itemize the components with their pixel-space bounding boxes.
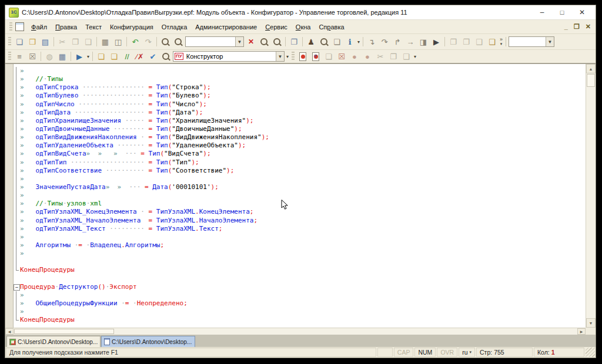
scroll-left-button[interactable]: ◀ (5, 328, 14, 335)
toggle-breakpoint-icon[interactable] (296, 51, 309, 62)
mdi-close-button[interactable]: ✕ (586, 23, 591, 31)
find-in-module-icon[interactable] (159, 51, 172, 62)
remove-comment-icon[interactable]: ∕✗ (133, 51, 146, 62)
paste-icon[interactable]: ❑ (82, 36, 95, 48)
resize-grip[interactable] (586, 348, 595, 357)
find-icon[interactable] (172, 36, 185, 48)
copy-icon[interactable]: ❐ (69, 36, 82, 48)
find-next-icon[interactable] (257, 36, 270, 48)
scroll-up-button[interactable]: ▲ (586, 64, 596, 73)
toolbar1-grip[interactable] (8, 37, 11, 46)
enable-all-breakpoints-icon[interactable]: ● (348, 51, 361, 62)
window-tab[interactable]: C:\Users\D.Antonov\Desktop... (6, 336, 101, 347)
menubar-grip[interactable] (9, 22, 12, 31)
constructor-mode-combo[interactable]: ПУКонструктор▼ (173, 51, 285, 62)
links-icon[interactable]: ❑ (486, 36, 499, 48)
window-tab-active[interactable]: C:\Users\D.Antonov\Desktop... (101, 336, 195, 347)
maximize-button[interactable]: □ (552, 9, 572, 16)
chevron-down-icon[interactable]: ▼ (276, 52, 284, 61)
vertical-scrollbar[interactable]: ▲ ▼ (586, 64, 596, 328)
info-dropdown[interactable]: ▾ (357, 39, 360, 45)
add-comment-icon[interactable]: // (121, 51, 133, 62)
find-in-files-icon[interactable] (159, 36, 172, 48)
undo-icon[interactable]: ↶ (129, 36, 142, 48)
print-preview-icon[interactable]: ◫ (112, 36, 125, 48)
immediate-window-icon[interactable]: ❑ (473, 36, 486, 48)
toolbar2-grip-2[interactable] (292, 52, 295, 61)
syntax-assistant-icon[interactable]: ♟ (305, 36, 317, 48)
goto-dropdown[interactable]: ▾ (87, 54, 89, 59)
new-file-icon[interactable]: ❏ (13, 36, 26, 48)
mdi-restore-button[interactable]: ❐ (574, 23, 580, 31)
scroll-right-button[interactable]: ▶ (577, 328, 586, 335)
add-procedure-template-icon[interactable]: ❏ (95, 51, 108, 62)
syntax-check-icon[interactable]: ✔ (146, 51, 159, 62)
module-check-icon[interactable]: ❏ (330, 36, 343, 48)
step-into-icon[interactable]: ↴ (365, 36, 378, 48)
step-out-icon[interactable]: ↱ (391, 36, 404, 48)
scroll-down-button[interactable]: ▼ (586, 318, 596, 328)
search-combo[interactable]: ▼ (185, 36, 244, 47)
menu-item[interactable]: Файл (27, 22, 51, 32)
mdi-document-icon[interactable] (15, 22, 24, 31)
menu-item[interactable]: Справка (315, 22, 348, 32)
watch-window-icon[interactable]: ❐ (460, 36, 473, 48)
toolbar-overflow-chevron[interactable]: »▾ (500, 38, 503, 46)
menu-item[interactable]: Окна (292, 22, 315, 32)
code-line: » (13, 233, 586, 241)
language-selector[interactable]: ru ▾ (459, 348, 475, 357)
database-icon[interactable]: ◍ (43, 51, 56, 62)
windows-list-icon[interactable]: ❐ (287, 36, 300, 48)
menu-item[interactable]: Отладка (158, 22, 191, 32)
breakpoint-margin[interactable] (5, 64, 14, 328)
goto-procedure-icon[interactable]: ▶ (73, 51, 86, 62)
close-button[interactable]: ✕ (572, 8, 592, 16)
minimize-button[interactable]: – (532, 8, 552, 16)
open-file-icon[interactable]: ❒ (26, 36, 39, 48)
fold-collapse-icon[interactable] (13, 283, 20, 291)
info-icon[interactable]: ℹ (343, 36, 356, 48)
disable-all-breakpoints-icon[interactable]: ● (361, 51, 374, 62)
go-to-definition-icon[interactable]: ◨ (417, 36, 430, 48)
code-text-area[interactable]: »» //·Типы» одТипСтрока ················… (13, 64, 586, 328)
form-table-icon[interactable]: ▦ (56, 51, 69, 62)
run-to-cursor-icon[interactable]: → (404, 36, 417, 48)
search-help-icon[interactable] (317, 36, 330, 48)
print-icon[interactable]: ▦ (99, 36, 112, 48)
cut-fragment-icon[interactable]: ✂ (374, 51, 387, 62)
mdi-minimize-button[interactable]: _ (564, 23, 568, 31)
redo-icon[interactable]: ↷ (142, 36, 155, 48)
conditional-breakpoint-icon[interactable]: ? (309, 51, 322, 62)
code-line: » одТипХранилищеЗначения ····· = Тип("Хр… (13, 117, 586, 125)
menu-item[interactable]: Сервис (261, 22, 292, 32)
title-bar[interactable]: 1С C:\Users\D.Antonov\Desktop\ОтладкаПра… (5, 5, 596, 20)
code-editor[interactable]: »» //·Типы» одТипСтрока ················… (5, 63, 596, 335)
find-previous-icon[interactable] (270, 36, 283, 48)
horizontal-scrollbar[interactable]: ◀ ▶ (5, 328, 586, 335)
paste-fragment-icon[interactable]: ❑ (400, 51, 413, 62)
menu-item[interactable]: Конфигурация (106, 22, 158, 32)
breakpoints-overflow-dropdown[interactable]: ▾ (414, 54, 416, 59)
step-over-icon[interactable]: ↷ (378, 36, 391, 48)
menu-item[interactable]: Правка (51, 22, 81, 32)
call-stack-icon[interactable]: ❐ (447, 36, 460, 48)
mode-overflow-dropdown[interactable]: ▾ (286, 54, 289, 59)
disable-breakpoint-icon[interactable]: ❏ (322, 51, 335, 62)
clear-search-icon[interactable]: ✕ (245, 36, 257, 48)
chevron-down-icon[interactable]: ▼ (546, 37, 554, 46)
format-listing-icon[interactable]: ≡ (13, 51, 26, 62)
add-function-template-icon[interactable]: ❏ (108, 51, 121, 62)
remove-all-breakpoints-icon[interactable]: ☒ (335, 51, 348, 62)
toolbar2-grip[interactable] (8, 52, 11, 61)
horizontal-scroll-thumb[interactable] (14, 329, 114, 334)
chevron-down-icon[interactable]: ▼ (235, 37, 243, 46)
save-icon[interactable]: ▤ (39, 36, 52, 48)
menu-item[interactable]: Администрирование (191, 22, 261, 32)
menu-item[interactable]: Текст (81, 22, 106, 32)
close-module-window-icon[interactable]: ☒ (26, 51, 39, 62)
copy-fragment-icon[interactable]: ❐ (387, 51, 400, 62)
vertical-scroll-thumb[interactable] (587, 74, 595, 87)
procedures-combo[interactable]: ▼ (509, 36, 554, 47)
cut-icon[interactable]: ✂ (56, 36, 69, 48)
continue-run-icon[interactable]: ▶ (430, 36, 443, 48)
